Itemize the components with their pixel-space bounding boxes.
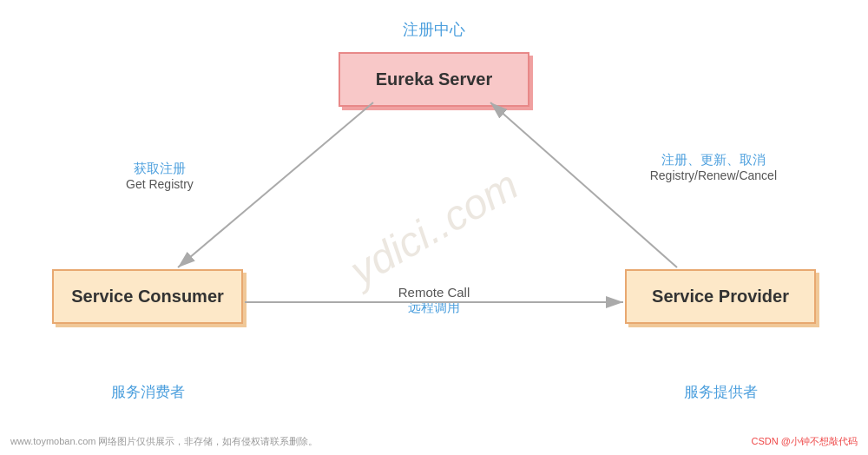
service-provider-box: Service Provider xyxy=(625,269,816,324)
service-consumer-box: Service Consumer xyxy=(52,269,243,324)
eureka-label: 注册中心 xyxy=(403,19,465,40)
footer-left: www.toymoban.com 网络图片仅供展示，非存储，如有侵权请联系删除。 xyxy=(10,435,318,448)
right-arrow-zh: 注册、更新、取消 xyxy=(650,152,777,168)
eureka-server-box: Eureka Server xyxy=(339,52,529,107)
watermark: ydici..com xyxy=(342,161,526,294)
main-diagram: ydici..com 注册中心 Eureka Server Service Co… xyxy=(0,0,868,455)
footer-right: CSDN @小钟不想敲代码 xyxy=(752,435,858,448)
remote-call-en: Remote Call xyxy=(398,285,470,300)
right-arrow-label: 注册、更新、取消 Registry/Renew/Cancel xyxy=(650,152,777,182)
provider-sublabel: 服务提供者 xyxy=(625,382,816,402)
svg-line-2 xyxy=(178,102,373,267)
remote-call-zh: 远程调用 xyxy=(398,300,470,316)
left-arrow-label: 获取注册 Get Registry xyxy=(126,161,194,191)
bottom-arrow-label: Remote Call 远程调用 xyxy=(398,285,470,316)
left-arrow-zh: 获取注册 xyxy=(126,161,194,177)
right-arrow-en: Registry/Renew/Cancel xyxy=(650,168,777,182)
svg-line-3 xyxy=(490,102,677,267)
left-arrow-en: Get Registry xyxy=(126,177,194,191)
consumer-sublabel: 服务消费者 xyxy=(52,382,243,402)
